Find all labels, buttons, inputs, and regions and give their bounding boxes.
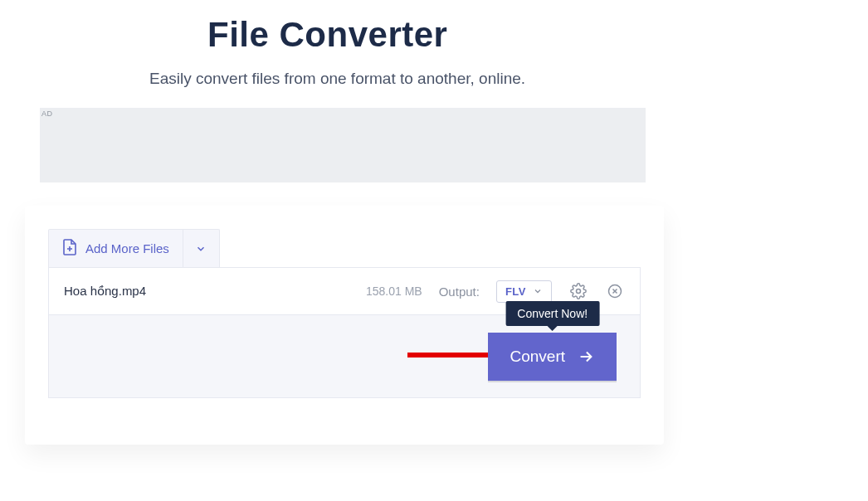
output-format-value: FLV — [505, 285, 526, 298]
ad-label: AD — [41, 109, 53, 118]
ad-banner: AD — [40, 108, 646, 182]
file-add-icon — [62, 239, 77, 258]
page-title: File Converter — [149, 15, 868, 55]
add-more-files-button[interactable]: Add More Files — [49, 230, 183, 267]
file-name: Hoa hồng.mp4 — [64, 284, 315, 299]
convert-tooltip: Convert Now! — [505, 301, 599, 326]
chevron-down-icon — [195, 243, 207, 255]
remove-file-button[interactable] — [605, 281, 625, 301]
add-more-files-dropdown[interactable] — [183, 230, 219, 267]
convert-button-label: Convert — [510, 348, 565, 366]
output-label: Output: — [439, 285, 480, 299]
settings-button[interactable] — [568, 281, 588, 301]
converter-card: Add More Files Hoa hồng.mp4 158.01 MB Ou… — [25, 206, 664, 445]
chevron-down-icon — [533, 286, 543, 296]
action-panel: Convert Now! Convert — [48, 315, 641, 398]
file-size: 158.01 MB — [331, 285, 422, 298]
page-subtitle: Easily convert files from one format to … — [149, 70, 868, 88]
arrow-right-icon — [577, 348, 595, 366]
svg-point-0 — [577, 289, 581, 294]
convert-button-wrap: Convert Now! Convert — [488, 333, 617, 381]
output-format-select[interactable]: FLV — [496, 280, 552, 303]
convert-button[interactable]: Convert — [488, 333, 617, 381]
add-more-files-label: Add More Files — [85, 241, 169, 255]
close-circle-icon — [607, 283, 623, 299]
gear-icon — [570, 283, 587, 299]
hero-section: File Converter Easily convert files from… — [0, 15, 868, 88]
add-files-bar: Add More Files — [48, 229, 220, 267]
